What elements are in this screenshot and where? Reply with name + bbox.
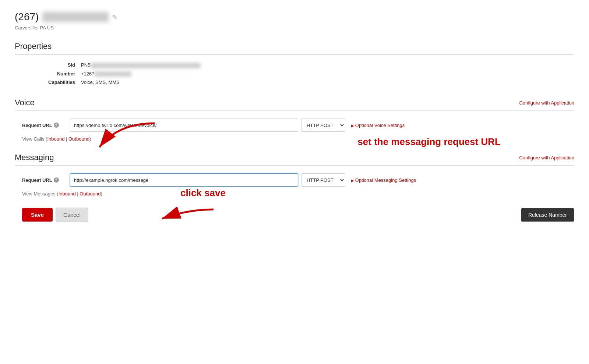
messaging-section-header: Messaging Configure with Application: [15, 153, 574, 166]
messaging-outbound-link[interactable]: Outbound: [80, 191, 100, 197]
number-label: Number: [37, 71, 81, 77]
sid-label: Sid: [37, 62, 81, 68]
messaging-view-messages: View Messages (Inbound | Outbound): [22, 191, 574, 197]
phone-number-prefix: (267): [15, 11, 39, 23]
properties-table: Sid PN5 Number +1267 Capabilities Voice,…: [37, 62, 574, 85]
voice-outbound-link[interactable]: Outbound: [68, 136, 89, 142]
sid-row: Sid PN5: [37, 62, 574, 68]
messaging-method-select[interactable]: HTTP POST HTTP GET No Action: [301, 173, 345, 187]
messaging-title: Messaging: [15, 153, 54, 162]
messaging-section: set the messaging request URL Messaging …: [15, 153, 574, 197]
capabilities-value: Voice, SMS, MMS: [81, 79, 120, 85]
voice-request-url-label: Request URL ?: [22, 123, 70, 128]
messaging-url-input[interactable]: [70, 173, 298, 187]
voice-help-icon[interactable]: ?: [54, 123, 59, 128]
messaging-help-icon[interactable]: ?: [54, 177, 59, 183]
voice-inbound-link[interactable]: Inbound: [47, 136, 64, 142]
number-prefix: +1267: [81, 71, 95, 77]
messaging-configure-link[interactable]: Configure with Application: [519, 155, 574, 160]
cancel-button[interactable]: Cancel: [56, 208, 88, 222]
sid-value: PN5: [81, 62, 201, 68]
voice-method-select[interactable]: HTTP POST HTTP GET No Action: [301, 119, 345, 132]
buttons-row: Save Cancel click save Release Number: [22, 208, 574, 222]
properties-section: Properties Sid PN5 Number +1267 Capabili…: [15, 42, 574, 85]
properties-title: Properties: [15, 42, 52, 51]
number-value: +1267: [81, 71, 131, 77]
capabilities-row: Capabilities Voice, SMS, MMS: [37, 79, 574, 85]
messaging-inbound-link[interactable]: Inbound: [59, 191, 76, 197]
messaging-request-url-label: Request URL ?: [22, 177, 70, 183]
save-arrow-icon: [158, 204, 217, 226]
number-row: Number +1267: [37, 71, 574, 77]
voice-section: Voice Configure with Application Request…: [15, 98, 574, 142]
save-button[interactable]: Save: [22, 208, 53, 222]
voice-request-url-row: Request URL ? HTTP POST HTTP GET No Acti…: [22, 119, 574, 132]
sid-blurred: [90, 63, 201, 68]
messaging-request-url-row: Request URL ? HTTP POST HTTP GET No Acti…: [22, 173, 574, 187]
messaging-optional-link[interactable]: Optional Messaging Settings: [351, 177, 416, 183]
capabilities-label: Capabilities: [37, 79, 81, 85]
phone-location: Carversille, PA US: [15, 25, 574, 31]
properties-section-header: Properties: [15, 42, 574, 55]
voice-configure-link[interactable]: Configure with Application: [519, 100, 574, 106]
phone-title-row: (267) ✎: [15, 11, 574, 23]
voice-optional-link[interactable]: Optional Voice Settings: [351, 123, 405, 128]
release-number-button[interactable]: Release Number: [521, 208, 574, 222]
number-blurred: [95, 71, 131, 77]
phone-number-blurred: [42, 12, 109, 22]
edit-icon[interactable]: ✎: [112, 14, 117, 21]
voice-section-header: Voice Configure with Application: [15, 98, 574, 111]
voice-view-calls: View Calls (Inbound | Outbound): [22, 136, 574, 142]
voice-url-input[interactable]: [70, 119, 298, 132]
voice-title: Voice: [15, 98, 35, 107]
